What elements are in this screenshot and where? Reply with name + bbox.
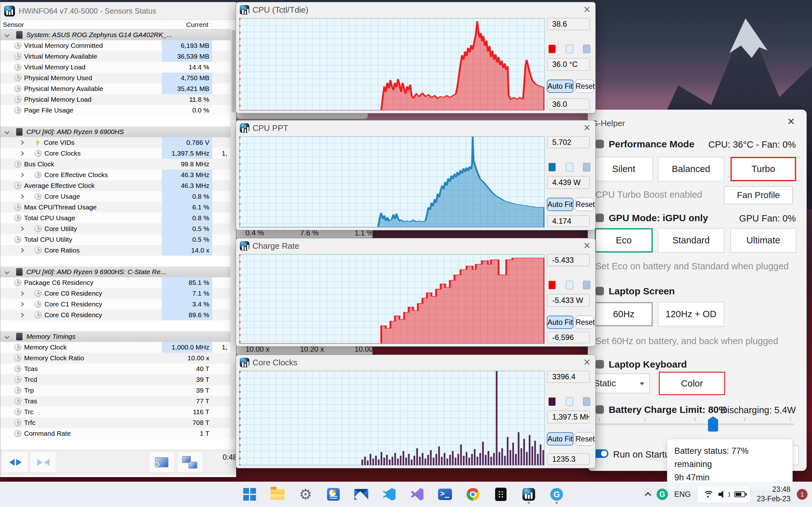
- table-row[interactable]: Trc116 T: [0, 406, 231, 417]
- reset-button[interactable]: Reset: [575, 432, 594, 446]
- graph-titlebar[interactable]: CPU PPT ×: [236, 120, 595, 135]
- monitor-zoom-button[interactable]: [149, 452, 175, 473]
- 60hz-button[interactable]: 60Hz: [595, 302, 653, 326]
- expand-arrow-icon[interactable]: [19, 227, 24, 231]
- column-header-current[interactable]: Current: [161, 21, 212, 29]
- table-row[interactable]: Core Utility0.5 %: [0, 223, 231, 234]
- grid-color-swatch[interactable]: [583, 45, 590, 53]
- background-color-swatch[interactable]: [566, 397, 573, 406]
- taskbar-item-remote-app[interactable]: [491, 484, 511, 504]
- reset-button[interactable]: Reset: [575, 316, 594, 329]
- table-row[interactable]: Package C6 Residency85.1 %: [0, 277, 231, 288]
- taskbar-item-chrome[interactable]: [463, 484, 483, 504]
- table-row[interactable]: Total CPU Utility0.5 %: [0, 234, 231, 245]
- taskbar-item-mail[interactable]: [351, 484, 371, 504]
- graph-titlebar[interactable]: Charge Rate ×: [236, 238, 595, 253]
- series-color-swatch[interactable]: [548, 397, 556, 406]
- color-button[interactable]: Color: [659, 372, 725, 395]
- taskbar-item-powershell[interactable]: [435, 484, 455, 504]
- sensor-section-row[interactable]: CPU [#0]: AMD Ryzen 9 6900HS: [0, 126, 231, 137]
- table-row[interactable]: Max CPU/Thread Usage6.1 %: [0, 202, 231, 213]
- graph-titlebar[interactable]: Core Clocks ×: [236, 355, 595, 370]
- table-row[interactable]: Trcd39 T: [0, 374, 231, 385]
- grid-color-swatch[interactable]: [583, 397, 590, 406]
- column-header-sensor[interactable]: Sensor: [0, 21, 161, 29]
- taskbar-item-task-manager[interactable]: [323, 484, 344, 504]
- turbo-button[interactable]: Turbo: [730, 157, 796, 181]
- series-color-swatch[interactable]: [548, 281, 556, 289]
- table-row[interactable]: Physical Memory Load11.8 %: [0, 94, 231, 105]
- sensor-section-row[interactable]: CPU [#0]: AMD Ryzen 9 6900HS: C-State Re…: [0, 267, 231, 277]
- table-row[interactable]: Command Rate1 T: [0, 428, 231, 439]
- taskbar-item-visual-studio[interactable]: [407, 484, 427, 504]
- table-row[interactable]: Total CPU Usage0.8 %: [0, 213, 231, 223]
- table-row[interactable]: Virtual Memory Committed6,193 MB: [0, 40, 231, 51]
- table-row[interactable]: Bus Clock99.8 MHz: [0, 159, 231, 170]
- table-row[interactable]: Average Effective Clock46.3 MHz: [0, 180, 231, 191]
- graph-titlebar[interactable]: CPU (Tctl/Tdie) ×: [236, 2, 595, 17]
- table-row[interactable]: Virtual Memory Load14.4 %: [0, 62, 231, 72]
- vertical-scrollbar[interactable]: [231, 30, 236, 439]
- sensor-section-row[interactable]: Memory Timings: [0, 331, 231, 342]
- sensor-section-row[interactable]: System: ASUS ROG Zephyrus G14 GA402RK_..…: [0, 30, 231, 40]
- expand-arrow-icon[interactable]: [19, 248, 24, 252]
- taskbar-item-file-explorer[interactable]: [267, 484, 288, 504]
- table-row[interactable]: Trfc708 T: [0, 417, 231, 428]
- series-color-swatch[interactable]: [548, 45, 556, 53]
- auto-fit-button[interactable]: Auto Fit: [547, 198, 573, 211]
- battery-limit-slider-handle[interactable]: [708, 416, 718, 432]
- table-row[interactable]: Core Ratios14.0 x: [0, 245, 231, 256]
- fan-profile-button[interactable]: Fan Profile: [724, 186, 793, 204]
- collapse-columns-button[interactable]: [30, 452, 56, 473]
- chevron-down-icon[interactable]: [5, 334, 9, 339]
- background-color-swatch[interactable]: [566, 281, 573, 289]
- expand-arrow-icon[interactable]: [19, 291, 24, 296]
- series-color-swatch[interactable]: [548, 163, 556, 171]
- 120hz-od-button[interactable]: 120Hz + OD: [658, 302, 724, 326]
- grammarly-tray-icon[interactable]: G: [657, 489, 668, 500]
- multi-monitor-button[interactable]: [177, 452, 203, 473]
- quick-settings[interactable]: [697, 486, 751, 503]
- table-row[interactable]: Tras77 T: [0, 396, 231, 406]
- background-color-swatch[interactable]: [566, 45, 573, 53]
- table-row[interactable]: Page File Usage0.0 %: [0, 105, 231, 116]
- table-row[interactable]: Tcas40 T: [0, 363, 231, 374]
- table-row[interactable]: Memory Clock Ratio10.00 x: [0, 353, 231, 363]
- auto-fit-button[interactable]: Auto Fit: [547, 432, 573, 446]
- standard-button[interactable]: Standard: [658, 228, 724, 252]
- expand-arrow-icon[interactable]: [19, 151, 24, 156]
- grid-color-swatch[interactable]: [583, 281, 590, 289]
- taskbar-item-hwinfo[interactable]: [519, 484, 539, 504]
- table-row[interactable]: Core VIDs0.786 V: [0, 137, 231, 148]
- expand-arrow-icon[interactable]: [19, 173, 24, 177]
- taskbar-item-vscode[interactable]: [379, 484, 399, 504]
- expand-columns-button[interactable]: [2, 452, 28, 473]
- clock[interactable]: 23:48 23-Feb-23: [757, 485, 791, 504]
- table-row[interactable]: Trp39 T: [0, 385, 231, 396]
- table-row[interactable]: Memory Clock1,000.0 MHz1,: [0, 342, 231, 353]
- close-icon[interactable]: ×: [788, 115, 795, 128]
- table-row[interactable]: Core C1 Residency3.4 %: [0, 299, 231, 309]
- expand-arrow-icon[interactable]: [19, 194, 24, 199]
- background-color-swatch[interactable]: [566, 163, 573, 171]
- table-row[interactable]: Physical Memory Used4,750 MB: [0, 72, 231, 83]
- taskbar-item-ghelper[interactable]: G: [547, 484, 567, 504]
- hwinfo-titlebar[interactable]: HWiNFO64 v7.40-5000 - Sensors Status: [0, 2, 236, 20]
- expand-arrow-icon[interactable]: [19, 302, 24, 306]
- table-row[interactable]: Core C6 Residency89.6 %: [0, 309, 231, 320]
- ultimate-button[interactable]: Ultimate: [730, 228, 796, 252]
- language-indicator[interactable]: ENG: [674, 490, 691, 499]
- chevron-down-icon[interactable]: [5, 33, 9, 37]
- notification-badge[interactable]: 1: [797, 489, 808, 500]
- silent-button[interactable]: Silent: [595, 157, 653, 181]
- auto-fit-button[interactable]: Auto Fit: [547, 79, 573, 93]
- expand-arrow-icon[interactable]: [19, 140, 24, 145]
- table-row[interactable]: Virtual Memory Available36,539 MB: [0, 51, 231, 62]
- eco-button[interactable]: Eco: [595, 228, 653, 252]
- tray-chevron-up-icon[interactable]: [645, 492, 651, 498]
- start-button[interactable]: [240, 484, 260, 504]
- battery-limit-slider-track[interactable]: [595, 424, 794, 425]
- grid-color-swatch[interactable]: [583, 163, 590, 171]
- chevron-down-icon[interactable]: [5, 270, 9, 274]
- auto-fit-button[interactable]: Auto Fit: [547, 316, 573, 329]
